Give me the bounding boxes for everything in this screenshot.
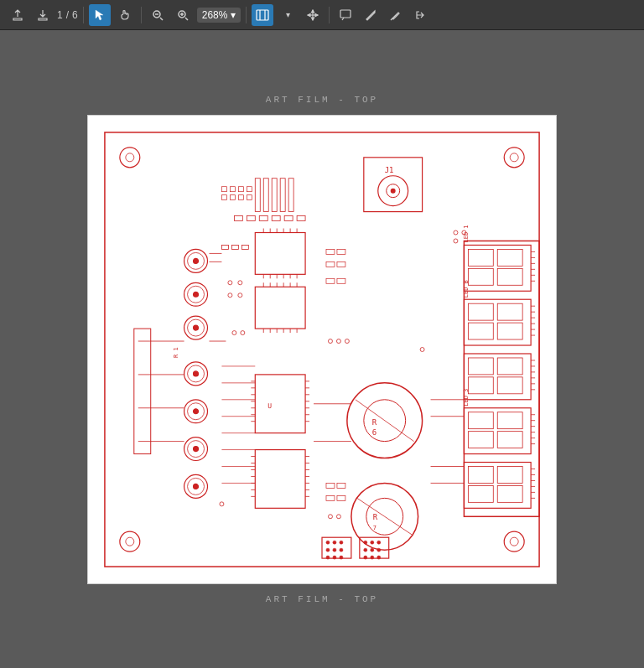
svg-point-53 xyxy=(194,484,199,489)
page-current: 1 xyxy=(57,9,63,21)
svg-point-41 xyxy=(194,325,199,330)
svg-point-201 xyxy=(377,548,381,551)
share-button[interactable] xyxy=(410,4,432,26)
page-container: ART FILM - TOP J1 xyxy=(87,95,557,604)
svg-line-2 xyxy=(160,18,163,20)
fit-dropdown-button[interactable]: ▾ xyxy=(277,4,299,26)
svg-text:6: 6 xyxy=(372,427,377,436)
svg-point-196 xyxy=(364,541,367,544)
zoom-level: 268% xyxy=(202,9,228,21)
svg-point-44 xyxy=(194,370,199,375)
toolbar: 1 / 6 268% ▾ ▾ xyxy=(0,0,644,30)
content-area: ART FILM - TOP J1 xyxy=(0,30,644,668)
pcb-diagram: J1 xyxy=(88,116,556,583)
svg-text:J1: J1 xyxy=(385,165,394,173)
svg-text:U: U xyxy=(267,401,272,409)
svg-point-197 xyxy=(371,541,374,544)
comment-button[interactable] xyxy=(335,4,356,26)
zoom-dropdown-icon: ▾ xyxy=(231,9,236,21)
title-bottom: ART FILM - TOP xyxy=(266,594,378,604)
cursor-tool-button[interactable] xyxy=(89,4,111,26)
svg-point-32 xyxy=(391,188,396,193)
pen-button[interactable] xyxy=(360,4,382,26)
title-top: ART FILM - TOP xyxy=(266,95,378,105)
page-navigation: 1 / 6 xyxy=(57,9,78,21)
hand-tool-button[interactable] xyxy=(114,4,136,26)
svg-point-200 xyxy=(371,548,374,551)
zoom-display[interactable]: 268% ▾ xyxy=(197,8,242,23)
svg-rect-17 xyxy=(340,10,351,18)
svg-point-188 xyxy=(340,541,343,544)
download-button[interactable] xyxy=(32,4,54,26)
svg-point-199 xyxy=(364,548,367,551)
separator-2 xyxy=(141,7,142,23)
fit-page-button[interactable] xyxy=(252,4,273,26)
svg-point-194 xyxy=(340,556,343,559)
page-separator: / xyxy=(66,9,69,21)
upload-button[interactable] xyxy=(7,4,29,26)
svg-text:R 1: R 1 xyxy=(173,347,179,358)
svg-point-202 xyxy=(364,556,367,559)
svg-line-5 xyxy=(185,18,188,20)
svg-text:LED 1: LED 1 xyxy=(463,225,470,242)
svg-point-187 xyxy=(333,541,336,544)
svg-point-192 xyxy=(326,556,330,559)
svg-point-191 xyxy=(340,548,343,551)
svg-point-204 xyxy=(377,556,381,559)
svg-point-193 xyxy=(333,556,336,559)
svg-marker-0 xyxy=(96,10,103,20)
separator-1 xyxy=(83,7,84,23)
zoom-out-button[interactable] xyxy=(147,4,169,26)
svg-point-50 xyxy=(194,446,199,451)
svg-point-198 xyxy=(377,541,381,544)
svg-marker-13 xyxy=(312,10,314,13)
svg-rect-18 xyxy=(88,116,556,583)
svg-rect-8 xyxy=(257,10,268,20)
svg-text:R: R xyxy=(372,417,377,426)
pan-button[interactable] xyxy=(302,4,324,26)
markup-button[interactable] xyxy=(385,4,407,26)
svg-text:R: R xyxy=(373,513,378,521)
separator-3 xyxy=(246,7,247,23)
svg-text:7: 7 xyxy=(373,525,377,531)
svg-point-186 xyxy=(326,541,330,544)
svg-marker-16 xyxy=(315,13,318,16)
separator-4 xyxy=(329,7,330,23)
svg-point-203 xyxy=(371,556,374,559)
svg-point-47 xyxy=(194,408,199,413)
zoom-in-button[interactable] xyxy=(172,4,194,26)
svg-point-38 xyxy=(194,292,199,297)
svg-marker-15 xyxy=(308,13,310,16)
pcb-page: J1 xyxy=(87,115,557,584)
svg-point-189 xyxy=(326,548,330,551)
svg-point-35 xyxy=(194,258,199,263)
svg-marker-14 xyxy=(312,18,314,20)
page-total: 6 xyxy=(72,9,78,21)
svg-point-190 xyxy=(333,548,336,551)
